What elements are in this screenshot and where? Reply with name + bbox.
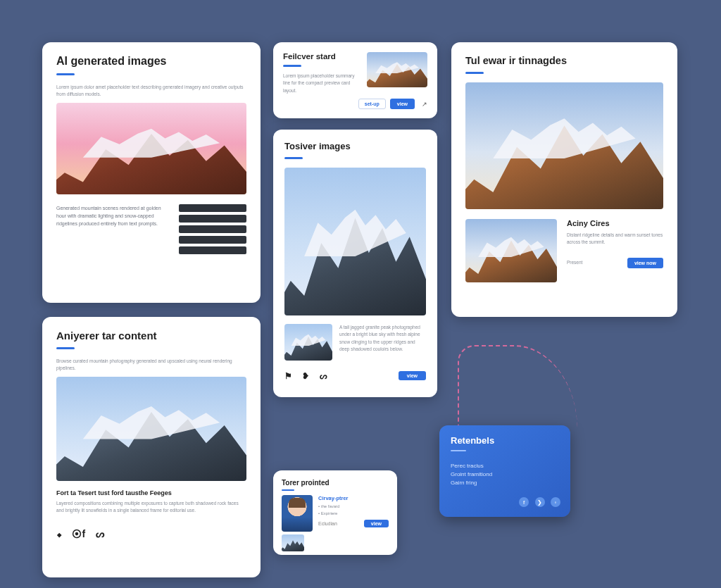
social-dots: f ❯ ◦: [516, 494, 560, 508]
card-title: Torer prointed: [282, 479, 389, 487]
tag-icon[interactable]: ❥: [302, 371, 309, 381]
dark-list: [179, 204, 246, 257]
avatar-image: [282, 495, 313, 532]
list-item: • the favard: [318, 503, 389, 511]
accent-bar: [56, 73, 75, 75]
accent-bar: [465, 72, 484, 74]
thumb-image: [284, 324, 332, 361]
thumb-image: [465, 219, 557, 282]
list-item: Perec traclus: [451, 463, 559, 469]
body-text: Layered compositions combining multiple …: [56, 500, 246, 515]
hero-image: [56, 103, 246, 194]
social-icons: ⬥ ⦿f ᔕ: [56, 527, 111, 540]
flag-icon[interactable]: ⚑: [284, 371, 292, 381]
accent-bar: [451, 450, 466, 451]
caption-text: A tall jagged granite peak photographed …: [339, 324, 426, 361]
caption-text: Lorem ipsum placeholder summary line for…: [283, 73, 360, 94]
side-title: Aciny Cires: [567, 219, 663, 227]
card-tul-ewar: Tul ewar ir tinnagdes Aciny Cires Distan…: [451, 42, 677, 317]
list-item: Groint framitiond: [451, 471, 559, 477]
card-title: Tul ewar ir tinnagdes: [465, 55, 663, 66]
card-title: Retenbels: [451, 435, 559, 446]
view-now-button[interactable]: view now: [627, 258, 663, 268]
accent-bar: [282, 489, 294, 491]
card-title: Tosiver images: [284, 141, 426, 151]
intro-text: Browse curated mountain photography gene…: [56, 358, 246, 373]
mini-thumb: [282, 534, 304, 551]
card-retenbels: Retenbels Perec traclus Groint framition…: [439, 425, 570, 517]
bookmark-icon[interactable]: ᔕ: [320, 371, 327, 381]
accent-bar: [56, 347, 75, 349]
hero-image: [56, 377, 246, 481]
profile-name: Cirvay-ptrer: [318, 495, 389, 501]
hero-image: [284, 168, 426, 315]
like-icon[interactable]: ⬥: [56, 528, 62, 539]
accent-bar: [283, 65, 301, 67]
card-profile: Torer prointed Cirvay-ptrer • the favard…: [273, 470, 397, 555]
body-text: Generated mountain scenes rendered at go…: [56, 204, 169, 228]
view-button[interactable]: view: [399, 371, 426, 380]
card-title: Aniyerer tar content: [56, 330, 246, 342]
card-title: AI generated images: [56, 55, 246, 68]
dot-icon[interactable]: ❯: [535, 497, 545, 507]
subtitle-text: Fort ta Tesert tust ford tausthe Feeges: [56, 489, 246, 496]
card-title: Feilcver stard: [283, 52, 360, 61]
setup-button[interactable]: set-up: [358, 99, 386, 109]
view-button[interactable]: view: [390, 99, 415, 109]
intro-text: Lorem ipsum dolor amet placeholder text …: [56, 84, 246, 99]
card-feilcver: Feilcver stard Lorem ipsum placeholder s…: [273, 42, 437, 118]
card-tosiver: Tosiver images A tall jagged granite pea…: [273, 130, 437, 397]
action-icons: ⚑ ❥ ᔕ: [284, 369, 334, 382]
link-icon[interactable]: ᔕ: [96, 528, 104, 539]
present-label: Present: [567, 259, 582, 266]
accent-bar: [284, 157, 303, 159]
side-text: Distant ridgeline details and warm sunse…: [567, 232, 663, 246]
list-item: Gairn fring: [451, 480, 559, 486]
share-icon[interactable]: ↗: [422, 101, 427, 108]
list-item: • Expiriere: [318, 511, 389, 518]
ecludian-label: Ecludian: [318, 521, 337, 526]
thumb-image: [367, 52, 427, 87]
hero-image: [465, 82, 663, 209]
dot-icon[interactable]: f: [519, 497, 529, 507]
card-ai-generated: AI generated images Lorem ipsum dolor am…: [42, 42, 261, 303]
dot-icon[interactable]: ◦: [551, 497, 560, 507]
card-aniyerer: Aniyerer tar content Browse curated moun…: [42, 317, 261, 577]
view-button[interactable]: view: [364, 520, 389, 527]
facebook-icon[interactable]: ⦿f: [72, 528, 85, 539]
